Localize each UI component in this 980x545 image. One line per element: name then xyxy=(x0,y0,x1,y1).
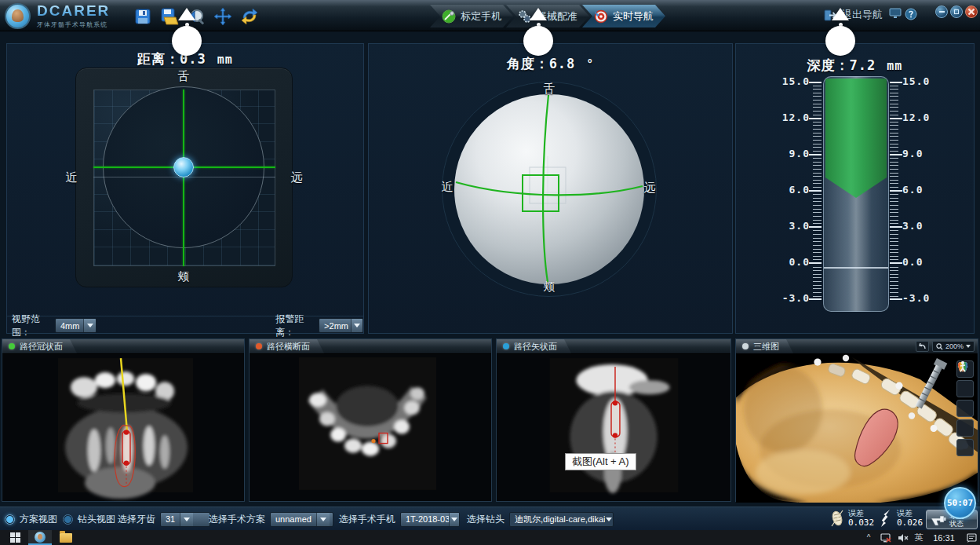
fov-label: 视野范围： xyxy=(12,313,55,339)
tick-label: -3.0 xyxy=(902,292,937,304)
indicator-arrow xyxy=(178,8,195,20)
target-icon xyxy=(594,9,608,24)
tick-label: 6.0 xyxy=(775,184,810,196)
tooth-select[interactable]: 31 xyxy=(160,512,210,527)
dir-buccal: 颊 xyxy=(544,280,556,294)
status-dot xyxy=(742,343,749,349)
sagittal-ct-image xyxy=(497,354,730,503)
screenshot-tooltip: 截图(Alt + A) xyxy=(565,453,636,470)
alarm-distance-select[interactable]: >2mm xyxy=(319,318,363,333)
drill-select-group: 选择钻头 迪凯尔,digital-care,dikaier_种子 xyxy=(467,507,614,531)
indicator-arrow xyxy=(832,8,849,20)
chevron-down-icon xyxy=(449,513,459,526)
view-header: 路径矢状面 xyxy=(497,339,730,354)
drill-bit-select[interactable]: 迪凯尔,digital-care,dikaier_种子 xyxy=(509,512,614,527)
plan-view-radio-group[interactable]: 方案视图 xyxy=(5,507,57,531)
surgical-plan-select[interactable]: unnamed xyxy=(270,512,333,527)
view-title: 路径横断面 xyxy=(267,341,310,353)
tick-label: 9.0 xyxy=(775,148,810,159)
drill-position-dot xyxy=(173,157,194,177)
depth-green-fill xyxy=(825,79,887,198)
chevron-down-icon xyxy=(351,319,362,332)
crosshair-vertical xyxy=(183,90,184,266)
step-instrument-registration[interactable]: 器械配准 xyxy=(506,5,589,27)
chevron-down-icon xyxy=(605,513,613,526)
calibrate-icon xyxy=(442,9,456,24)
taskbar-app-dcarer[interactable] xyxy=(28,530,52,545)
minimize-button[interactable] xyxy=(935,5,948,18)
error-value: 0.026 xyxy=(897,518,923,528)
fov-select[interactable]: 4mm xyxy=(55,318,97,333)
nav-status-line2: 状态 xyxy=(949,520,964,528)
ime-language-indicator[interactable]: 英 xyxy=(912,530,926,545)
depth-value: 7.2 xyxy=(850,57,876,73)
drill-value: 迪凯尔,digital-care,dikaier_种子 xyxy=(510,513,605,526)
save-icon[interactable] xyxy=(133,7,152,26)
view-tab[interactable]: 路径冠状面 xyxy=(2,339,77,353)
tooth-value: 31 xyxy=(161,513,180,526)
depth-title: 深度：7.2mm xyxy=(736,57,974,75)
status-dot xyxy=(503,343,509,349)
view-title: 路径冠状面 xyxy=(20,341,63,353)
skull-view-button[interactable] xyxy=(956,380,974,397)
sagittal-viewport[interactable]: 截图(Alt + A) xyxy=(497,354,730,503)
step-realtime-navigation[interactable]: 实时导航 xyxy=(582,5,665,27)
view-tab[interactable]: 三维图 xyxy=(736,339,793,353)
help-icon[interactable] xyxy=(905,8,917,20)
zoom-level-select[interactable]: 200% xyxy=(932,341,975,352)
handpiece-icon xyxy=(931,514,946,526)
notification-center-icon[interactable] xyxy=(964,530,979,545)
app-name: DCARER xyxy=(37,2,110,20)
tooth-select-group: 选择牙齿 31 xyxy=(118,507,210,531)
drill-view-label: 钻头视图 xyxy=(78,513,115,526)
app-logo: DCARER 牙体牙髓手术导航系统 xyxy=(5,2,110,29)
clock[interactable]: 16:31 xyxy=(929,530,959,545)
dir-distal: 远 xyxy=(644,181,656,196)
md-sync-icon[interactable] xyxy=(240,7,259,26)
drill-view-radio[interactable] xyxy=(63,514,73,525)
folder-icon xyxy=(60,533,72,543)
distance-unit: mm xyxy=(217,53,233,67)
volume-muted-icon[interactable] xyxy=(895,530,911,545)
start-button[interactable] xyxy=(6,530,24,545)
display-icon[interactable] xyxy=(889,8,902,20)
drill-error-badge: 误差 0.026 xyxy=(879,509,923,528)
view-header: 路径横断面 xyxy=(250,339,491,354)
reset-view-button[interactable] xyxy=(916,341,929,352)
network-icon[interactable] xyxy=(878,530,894,545)
plan-value: unnamed xyxy=(271,513,316,526)
tooth-view-button[interactable] xyxy=(956,400,974,417)
close-button[interactable] xyxy=(965,5,978,18)
status-dot xyxy=(256,343,262,349)
threed-viewport[interactable] xyxy=(736,354,978,503)
handpiece-select[interactable]: 1T-2018-033 xyxy=(400,512,460,527)
axial-viewport[interactable] xyxy=(250,354,491,503)
app-window: DCARER 牙体牙髓手术导航系统 标定手机 器械配准 xyxy=(0,0,980,545)
step-label: 实时导航 xyxy=(613,9,654,24)
body-view-button[interactable] xyxy=(956,439,974,456)
chevron-down-icon xyxy=(316,513,330,526)
zoom-value: 200% xyxy=(945,342,964,350)
taskbar-file-explorer[interactable] xyxy=(56,530,75,545)
minimize-glyph xyxy=(939,11,945,13)
plan-view-label: 方案视图 xyxy=(20,513,57,526)
threed-render-image xyxy=(736,354,978,503)
handpiece-select-group: 选择手术手机 1T-2018-033 xyxy=(339,507,460,531)
move-tool-icon[interactable] xyxy=(213,7,232,26)
drill-view-radio-group[interactable]: 钻头视图 xyxy=(63,507,115,531)
plan-view-radio[interactable] xyxy=(5,514,15,525)
tick-label: 3.0 xyxy=(902,220,937,232)
coronal-viewport[interactable] xyxy=(2,354,244,503)
depth-ticks-left xyxy=(813,82,822,299)
save-as-icon[interactable] xyxy=(160,7,179,26)
colored-tooth-button[interactable] xyxy=(956,419,974,437)
plan-select-label: 选择手术方案 xyxy=(209,513,265,526)
timer-value: 50:07 xyxy=(947,498,973,508)
handpiece-select-label: 选择手术手机 xyxy=(339,513,395,526)
view-tab[interactable]: 路径矢状面 xyxy=(497,339,571,353)
view-tab[interactable]: 路径横断面 xyxy=(250,339,324,353)
threed-view-panel: 三维图 200% xyxy=(735,338,978,502)
maximize-button[interactable] xyxy=(950,5,963,18)
step-calibrate-handpiece[interactable]: 标定手机 xyxy=(430,5,513,27)
tray-expand-caret[interactable]: ^ xyxy=(862,530,876,545)
